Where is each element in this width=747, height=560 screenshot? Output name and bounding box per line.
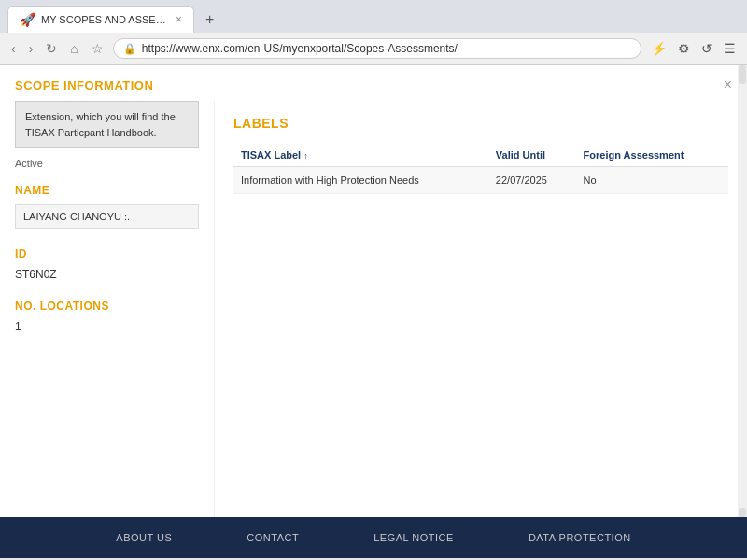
table-header-row: TISAX Label ↑ Valid Until Foreign Assess… [233,144,728,167]
id-label: ID [15,247,199,260]
footer-about-link[interactable]: ABOUT US [116,532,172,543]
labels-title: LABELS [233,101,728,131]
modal-scrollbar[interactable] [738,101,747,517]
scope-info-modal: SCOPE INFORMATION × Extension, which you… [0,65,747,517]
tab-favicon: 🚀 [20,12,35,27]
name-section: NAME LAIYANG CHANGYU :. [15,184,199,229]
name-label: NAME [15,184,199,197]
lock-icon: 🔒 [123,43,136,55]
back-button[interactable]: ‹ [7,39,20,58]
modal-header: SCOPE INFORMATION × [0,65,747,101]
forward-button[interactable]: › [25,39,37,58]
locations-label: NO. LOCATIONS [15,300,199,313]
footer-legal-link[interactable]: LEGAL NOTICE [374,532,454,543]
browser-chrome: 🚀 MY SCOPES AND ASSESSME... × + ‹ › ↻ ⌂ … [0,0,747,65]
handbook-box: Extension, which you will find the TISAX… [15,101,199,148]
footer-contact-link[interactable]: CONTACT [247,532,299,543]
tab-title: MY SCOPES AND ASSESSME... [41,14,170,25]
left-panel: Extension, which you will find the TISAX… [0,101,215,517]
cell-foreign-assessment: No [576,167,728,194]
tab-bar: 🚀 MY SCOPES AND ASSESSME... × + [0,0,747,33]
table-row: Information with High Protection Needs 2… [233,167,728,194]
name-value: LAIYANG CHANGYU :. [15,204,199,229]
tab-close-button[interactable]: × [176,13,182,26]
modal-body: Extension, which you will find the TISAX… [0,101,747,517]
header-foreign-assessment[interactable]: Foreign Assessment [576,144,728,167]
refresh-nav-button[interactable]: ↺ [698,39,716,58]
header-tisax-label[interactable]: TISAX Label ↑ [233,144,488,167]
sort-arrow-icon: ↑ [303,151,308,161]
scroll-thumb-bottom [739,508,746,517]
new-tab-button[interactable]: + [198,7,221,32]
footer: ABOUT US CONTACT LEGAL NOTICE DATA PROTE… [0,517,747,558]
cell-tisax-label: Information with High Protection Needs [233,167,488,194]
refresh-button[interactable]: ↻ [42,39,61,58]
status-active: Active [15,158,199,169]
home-button[interactable]: ⌂ [66,39,81,58]
id-value: ST6N0Z [15,268,199,281]
right-panel: LABELS TISAX Label ↑ Valid Until [215,101,747,517]
extensions-button[interactable]: ⚡ [647,39,670,58]
active-tab[interactable]: 🚀 MY SCOPES AND ASSESSME... × [7,6,194,33]
header-valid-until[interactable]: Valid Until [488,144,576,167]
locations-section: NO. LOCATIONS 1 [15,300,199,333]
modal-title: SCOPE INFORMATION [15,78,153,92]
settings-button[interactable]: ⚙ [674,39,694,58]
cell-valid-until: 22/07/2025 [488,167,576,194]
address-bar[interactable]: 🔒 https://www.enx.com/en-US/myenxportal/… [113,38,641,59]
url-text: https://www.enx.com/en-US/myenxportal/Sc… [142,42,631,55]
id-section: ID ST6N0Z [15,247,199,281]
nav-bar: ‹ › ↻ ⌂ ☆ 🔒 https://www.enx.com/en-US/my… [0,33,747,64]
modal-close-button[interactable]: × [724,77,732,93]
labels-table: TISAX Label ↑ Valid Until Foreign Assess… [233,144,728,194]
menu-button[interactable]: ☰ [720,39,740,58]
nav-actions: ⚡ ⚙ ↺ ☰ [647,39,740,58]
bookmark-button[interactable]: ☆ [88,39,107,58]
page-content: SCOPE INFORMATION × Extension, which you… [0,65,747,517]
locations-value: 1 [15,320,199,333]
footer-data-link[interactable]: DATA PROTECTION [529,532,631,543]
